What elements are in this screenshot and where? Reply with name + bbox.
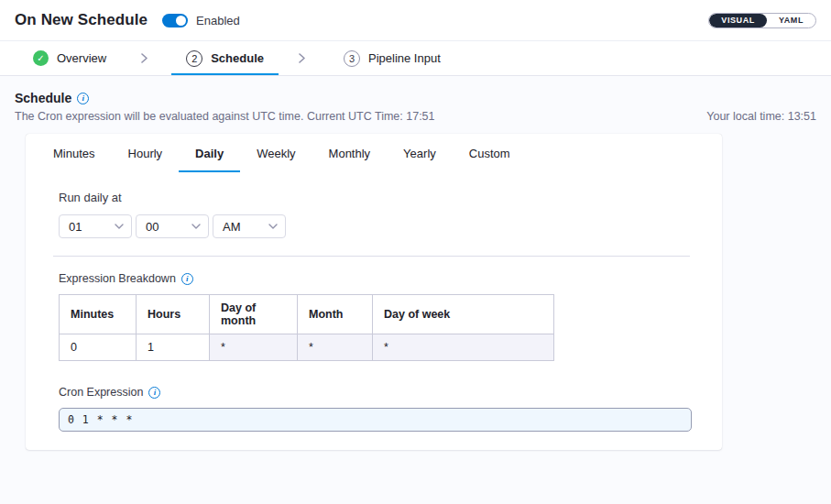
expression-breakdown-info-icon[interactable]: i: [181, 273, 193, 285]
step-overview-label: Overview: [57, 51, 106, 65]
tab-weekly[interactable]: Weekly: [240, 134, 312, 172]
section-title: Schedule: [15, 91, 71, 105]
hour-select[interactable]: 01: [59, 214, 132, 238]
cell-minutes-value: 0: [60, 334, 137, 361]
schedule-card: Minutes Hourly Daily Weekly Monthly Year…: [26, 134, 722, 450]
section-divider: [53, 256, 690, 257]
cron-expression-label: Cron Expression: [59, 386, 143, 399]
expression-breakdown-label: Expression Breakdown: [59, 272, 176, 285]
chevron-down-icon: [191, 224, 201, 229]
check-circle-icon: ✓: [33, 50, 49, 66]
ampm-select[interactable]: AM: [213, 214, 286, 238]
utc-time-caption: The Cron expression will be evaluated ag…: [15, 110, 435, 123]
step-overview[interactable]: ✓ Overview: [18, 41, 121, 75]
toggle-knob: [176, 16, 186, 26]
chevron-right-icon: [141, 53, 148, 63]
cell-month-value: *: [298, 334, 373, 361]
chevron-right-icon: [299, 53, 305, 63]
daily-panel: Run daily at 01 00 AM: [26, 191, 722, 432]
tab-daily[interactable]: Daily: [179, 134, 240, 172]
table-row: 0 1 * * *: [60, 334, 554, 361]
time-selects: 01 00 AM: [59, 214, 690, 238]
cron-expression-info-icon[interactable]: i: [148, 387, 160, 399]
column-header-minutes: Minutes: [60, 295, 137, 334]
frequency-tabs: Minutes Hourly Daily Weekly Monthly Year…: [26, 134, 722, 172]
column-header-month: Month: [298, 295, 373, 334]
step-pipeline-input[interactable]: 3 Pipeline Input: [329, 41, 455, 75]
enabled-toggle-label: Enabled: [196, 14, 240, 27]
minute-select[interactable]: 00: [136, 214, 209, 238]
schedule-section: Schedule i The Cron expression will be e…: [0, 76, 831, 450]
minute-select-value: 00: [146, 220, 159, 234]
tab-custom[interactable]: Custom: [453, 134, 527, 172]
step-pipeline-input-label: Pipeline Input: [368, 51, 441, 65]
enabled-toggle[interactable]: [162, 14, 188, 27]
hour-select-value: 01: [69, 220, 82, 234]
yaml-mode-button[interactable]: YAML: [767, 14, 815, 27]
page-title: On New Schedule: [15, 11, 148, 29]
step-schedule[interactable]: 2 Schedule: [171, 41, 279, 75]
step-2-circle: 2: [186, 50, 202, 67]
column-header-day-of-week: Day of week: [373, 295, 554, 334]
wizard-stepper: ✓ Overview 2 Schedule 3 Pipeline Input: [0, 41, 831, 76]
column-header-hours: Hours: [137, 295, 210, 334]
cell-day-of-month-value: *: [210, 334, 298, 361]
tab-hourly[interactable]: Hourly: [112, 134, 180, 172]
chevron-down-icon: [268, 224, 278, 229]
visual-yaml-toggle: VISUAL YAML: [708, 13, 816, 28]
tab-yearly[interactable]: Yearly: [387, 134, 453, 172]
local-time-caption: Your local time: 13:51: [706, 110, 816, 123]
tab-minutes[interactable]: Minutes: [37, 134, 112, 172]
tab-monthly[interactable]: Monthly: [312, 134, 388, 172]
expression-breakdown-table: Minutes Hours Day of month Month Day of …: [59, 294, 554, 361]
top-header: On New Schedule Enabled VISUAL YAML: [0, 0, 831, 41]
step-schedule-label: Schedule: [211, 51, 264, 65]
cron-expression-input[interactable]: [59, 408, 692, 432]
run-daily-at-label: Run daily at: [59, 191, 690, 204]
enabled-toggle-group: Enabled: [162, 14, 240, 27]
chevron-down-icon: [115, 224, 124, 229]
column-header-day-of-month: Day of month: [210, 295, 298, 334]
schedule-info-icon[interactable]: i: [77, 93, 89, 104]
visual-mode-button[interactable]: VISUAL: [709, 14, 767, 27]
cell-hours-value: 1: [137, 334, 210, 361]
ampm-select-value: AM: [223, 220, 241, 234]
cell-day-of-week-value: *: [373, 334, 554, 361]
step-3-circle: 3: [344, 50, 360, 67]
